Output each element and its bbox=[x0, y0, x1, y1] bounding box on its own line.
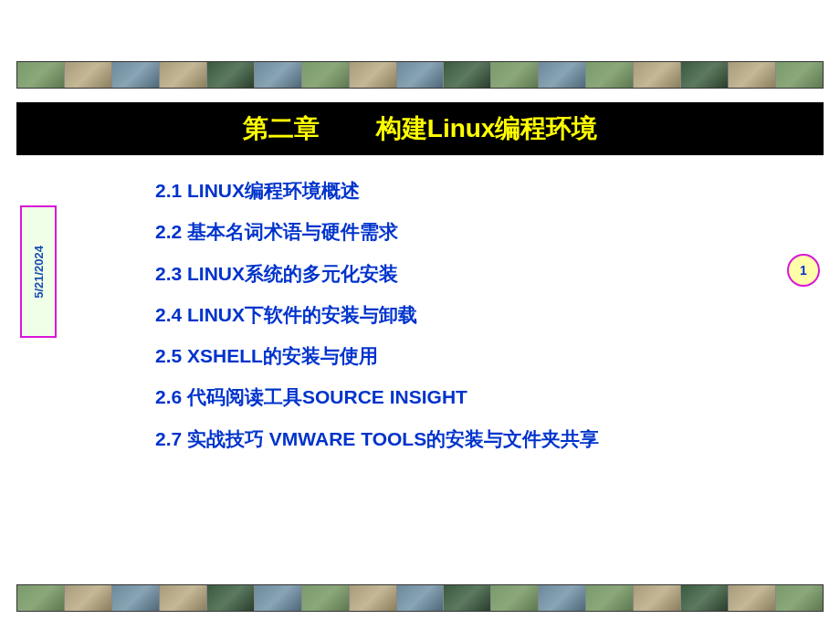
thumbnail bbox=[491, 62, 539, 88]
thumbnail bbox=[776, 585, 823, 611]
chapter-title-bar: 第二章 构建Linux编程环境 bbox=[16, 102, 824, 155]
toc-item: 2.2 基本名词术语与硬件需求 bbox=[155, 219, 712, 244]
page-number: 1 bbox=[800, 263, 807, 278]
toc-item: 2.1 LINUX编程环境概述 bbox=[155, 178, 712, 203]
thumbnail bbox=[112, 585, 160, 611]
thumbnail bbox=[444, 585, 491, 611]
toc-item: 2.6 代码阅读工具SOURCE INSIGHT bbox=[155, 384, 712, 409]
toc-item: 2.5 XSHELL的安装与使用 bbox=[155, 343, 712, 368]
thumbnail bbox=[160, 585, 207, 611]
thumbnail bbox=[160, 62, 207, 88]
thumbnail bbox=[350, 585, 397, 611]
thumbnail bbox=[539, 585, 586, 611]
thumbnail bbox=[491, 585, 539, 611]
thumbnail bbox=[207, 585, 255, 611]
thumbnail bbox=[634, 62, 681, 88]
toc-item: 2.3 LINUX系统的多元化安装 bbox=[155, 261, 712, 286]
thumbnail bbox=[302, 585, 350, 611]
thumbnail bbox=[776, 62, 823, 88]
thumbnail bbox=[586, 62, 634, 88]
thumbnail bbox=[444, 62, 491, 88]
page-number-badge: 1 bbox=[787, 254, 820, 287]
thumbnail bbox=[302, 62, 350, 88]
thumbnail bbox=[65, 62, 112, 88]
thumbnail bbox=[112, 62, 160, 88]
chapter-title: 第二章 构建Linux编程环境 bbox=[243, 111, 598, 146]
thumbnail bbox=[397, 585, 445, 611]
thumbnail bbox=[681, 62, 729, 88]
thumbnail bbox=[17, 585, 65, 611]
date-text: 5/21/2024 bbox=[32, 246, 46, 299]
thumbnail bbox=[586, 585, 634, 611]
thumbnail bbox=[350, 62, 397, 88]
thumbnail bbox=[255, 62, 302, 88]
thumbnail bbox=[729, 62, 776, 88]
bottom-thumbnail-strip bbox=[16, 584, 824, 612]
toc-item: 2.4 LINUX下软件的安装与卸载 bbox=[155, 302, 712, 327]
toc-item: 2.7 实战技巧 VMWARE TOOLS的安装与文件夹共享 bbox=[155, 426, 712, 451]
thumbnail bbox=[681, 585, 729, 611]
thumbnail bbox=[207, 62, 255, 88]
thumbnail bbox=[539, 62, 586, 88]
thumbnail bbox=[255, 585, 302, 611]
table-of-contents: 2.1 LINUX编程环境概述 2.2 基本名词术语与硬件需求 2.3 LINU… bbox=[155, 178, 712, 467]
thumbnail bbox=[65, 585, 112, 611]
thumbnail bbox=[729, 585, 776, 611]
top-thumbnail-strip bbox=[16, 61, 824, 89]
thumbnail bbox=[634, 585, 681, 611]
date-box: 5/21/2024 bbox=[20, 205, 57, 338]
thumbnail bbox=[397, 62, 445, 88]
thumbnail bbox=[17, 62, 65, 88]
